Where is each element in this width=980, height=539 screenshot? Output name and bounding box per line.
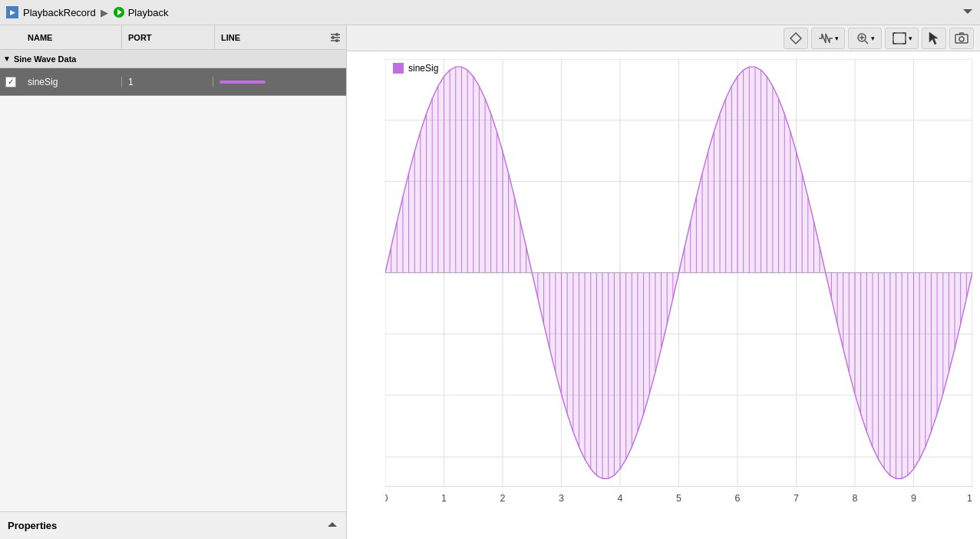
properties-label: Properties [8,520,57,531]
group-collapse-arrow: ▼ [3,54,11,63]
row-checkbox[interactable] [0,77,21,87]
svg-text:3: 3 [559,493,564,504]
signal-dropdown-arrow[interactable]: ▾ [835,35,839,42]
erase-button[interactable] [784,28,808,49]
right-panel: ▾ ▾ [347,25,980,539]
svg-line-12 [865,41,868,44]
svg-point-26 [959,37,964,41]
play-icon [113,6,125,18]
checkbox-checked[interactable] [5,77,16,87]
title-bar: ▶ PlaybackRecord ▶ Playback [0,0,980,25]
row-signal-name: sineSig [21,77,121,87]
svg-marker-9 [328,522,337,527]
svg-text:8: 8 [853,493,858,504]
group-name: Sine Wave Data [14,54,77,64]
fit-button[interactable]: ▾ [885,28,919,49]
chart-legend: sineSig [393,63,438,74]
settings-icon[interactable] [325,31,346,44]
properties-collapse-button[interactable] [326,518,338,533]
svg-text:9: 9 [911,493,916,504]
svg-rect-15 [893,33,906,44]
legend-signal-name: sineSig [408,63,438,74]
svg-point-4 [335,33,338,36]
window-dropdown-icon[interactable] [962,5,974,18]
chart-svg: 0.9 0.6 0.3 0 -0.3 -0.6 -0.9 0 1 2 3 4 5… [385,59,972,516]
signal-type-button[interactable]: ▾ [811,28,845,49]
svg-point-6 [332,36,335,39]
line-color-preview [219,81,266,84]
table-header: NAME PORT LINE [0,25,346,50]
fit-dropdown-arrow[interactable]: ▾ [909,35,912,42]
row-line [213,81,346,84]
svg-marker-2 [963,9,972,14]
row-port: 1 [121,77,213,87]
svg-text:4: 4 [618,493,623,504]
zoom-button[interactable]: ▾ [848,28,882,49]
camera-button[interactable] [949,28,974,49]
cursor-button[interactable] [922,28,946,49]
svg-text:10: 10 [967,493,972,504]
svg-text:1: 1 [441,493,447,504]
app-icon: ▶ [6,6,18,18]
app-name: PlaybackRecord [23,7,96,18]
svg-text:6: 6 [735,493,741,504]
zoom-dropdown-arrow[interactable]: ▾ [871,35,875,42]
svg-marker-10 [790,33,801,44]
svg-text:5: 5 [676,493,681,504]
table-row: sineSig 1 [0,68,346,96]
breadcrumb-separator: ▶ [101,7,108,18]
svg-text:0: 0 [385,493,388,504]
svg-text:2: 2 [500,493,506,504]
chart-area: sineSig [347,51,980,539]
th-line: LINE [215,33,325,42]
svg-text:7: 7 [794,493,799,504]
main-container: NAME PORT LINE ▼ Sine Wave Data [0,25,980,539]
left-panel: NAME PORT LINE ▼ Sine Wave Data [0,25,347,539]
th-port: PORT [122,33,214,42]
properties-bar: Properties [0,511,346,539]
svg-marker-24 [929,32,938,44]
svg-point-8 [335,39,338,42]
th-name: NAME [21,33,121,42]
chart-toolbar: ▾ ▾ [347,25,980,51]
legend-color-box [393,63,404,74]
page-title: Playback [128,7,169,18]
group-row[interactable]: ▼ Sine Wave Data [0,50,346,68]
